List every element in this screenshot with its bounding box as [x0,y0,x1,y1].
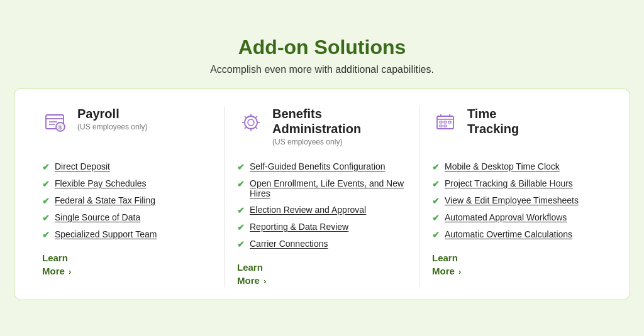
learn-more-text: LearnMore › [42,251,71,278]
benefits-note: (US employees only) [272,138,406,146]
svg-text:$: $ [58,124,62,131]
feature-text: Self-Guided Benefits Configuration [250,161,386,171]
feature-text: Mobile & Desktop Time Clock [445,161,560,171]
feature-text: Specialized Support Team [55,229,157,239]
list-item: ✔ View & Edit Employee Timesheets [432,195,602,206]
page-title: Add-on Solutions [14,36,630,59]
benefits-header: Benefits Administration (US employees on… [237,106,406,150]
list-item: ✔ Open Enrollment, Life Events, and New … [237,178,406,198]
check-icon: ✔ [42,162,50,172]
list-item: ✔ Single Source of Data [42,212,211,223]
svg-rect-24 [444,125,447,127]
check-icon: ✔ [432,162,440,172]
chevron-icon: › [458,267,461,276]
time-title-block: TimeTracking [467,106,519,136]
feature-text: Federal & State Tax Filing [55,195,155,205]
list-item: ✔ Automated Approval Workflows [432,212,602,223]
feature-text: Election Review and Approval [250,205,366,215]
check-icon: ✔ [42,230,50,240]
payroll-icon: $ [42,109,70,136]
svg-line-12 [245,116,247,118]
time-title: TimeTracking [467,106,519,136]
feature-text: Carrier Connections [250,239,328,249]
list-item: ✔ Election Review and Approval [237,205,406,215]
time-column: TimeTracking ✔ Mobile & Desktop Time Clo… [419,106,614,287]
list-item: ✔ Flexible Pay Schedules [42,178,211,189]
list-item: ✔ Self-Guided Benefits Configuration [237,161,406,172]
check-icon: ✔ [237,222,245,232]
list-item: ✔ Automatic Overtime Calculations [432,229,602,240]
check-icon: ✔ [432,213,440,223]
payroll-learn-more[interactable]: LearnMore › [42,251,211,278]
check-icon: ✔ [42,213,50,223]
list-item: ✔ Specialized Support Team [42,229,211,240]
payroll-title-block: Payroll (US employees only) [77,106,147,131]
svg-line-13 [255,127,257,129]
feature-text: Reporting & Data Review [250,222,348,232]
feature-text: Automatic Overtime Calculations [445,229,572,239]
time-feature-list: ✔ Mobile & Desktop Time Clock ✔ Project … [432,161,602,240]
page-wrapper: Add-on Solutions Accomplish even more wi… [14,36,630,300]
list-item: ✔ Carrier Connections [237,239,406,249]
list-item: ✔ Mobile & Desktop Time Clock [432,161,602,172]
payroll-column: $ Payroll (US employees only) ✔ Direct D… [30,106,225,287]
check-icon: ✔ [432,196,440,206]
svg-rect-21 [444,121,447,123]
svg-rect-23 [440,125,442,127]
check-icon: ✔ [42,179,50,189]
solutions-card: $ Payroll (US employees only) ✔ Direct D… [14,88,630,300]
time-learn-more[interactable]: LearnMore › [432,251,602,278]
list-item: ✔ Project Tracking & Billable Hours [432,178,602,189]
list-item: ✔ Federal & State Tax Filing [42,195,211,206]
check-icon: ✔ [42,196,50,206]
feature-text: Project Tracking & Billable Hours [445,178,573,188]
feature-text: Direct Deposit [55,161,110,171]
list-item: ✔ Reporting & Data Review [237,222,406,232]
check-icon: ✔ [237,179,245,189]
svg-rect-22 [448,121,451,123]
payroll-feature-list: ✔ Direct Deposit ✔ Flexible Pay Schedule… [42,161,211,240]
learn-more-text: LearnMore › [432,251,461,278]
benefits-feature-list: ✔ Self-Guided Benefits Configuration ✔ O… [237,161,406,249]
feature-text: Flexible Pay Schedules [55,178,147,188]
check-icon: ✔ [237,162,245,172]
feature-text: Open Enrollment, Life Events, and New Hi… [250,178,406,198]
feature-text: Automated Approval Workflows [445,212,567,222]
svg-line-15 [245,127,247,129]
benefits-column: Benefits Administration (US employees on… [225,106,419,287]
check-icon: ✔ [432,230,440,240]
chevron-icon: › [69,267,71,276]
check-icon: ✔ [237,205,245,215]
feature-text: Single Source of Data [55,212,140,222]
payroll-title: Payroll [77,106,147,121]
chevron-icon: › [264,276,266,286]
benefits-icon [237,109,265,136]
svg-point-6 [245,116,257,129]
svg-rect-20 [440,121,442,123]
svg-line-14 [255,116,257,118]
benefits-title-block: Benefits Administration (US employees on… [272,106,406,146]
check-icon: ✔ [237,239,245,249]
time-icon [432,109,460,136]
time-header: TimeTracking [432,106,602,150]
svg-point-7 [248,119,254,126]
payroll-header: $ Payroll (US employees only) [42,106,211,150]
learn-more-text: LearnMore › [237,261,266,287]
list-item: ✔ Direct Deposit [42,161,211,172]
payroll-note: (US employees only) [77,122,147,131]
page-subtitle: Accomplish even more with additional cap… [14,64,630,75]
benefits-learn-more[interactable]: LearnMore › [237,261,406,287]
check-icon: ✔ [432,179,440,189]
feature-text: View & Edit Employee Timesheets [445,195,579,205]
benefits-title: Benefits Administration [272,106,406,136]
